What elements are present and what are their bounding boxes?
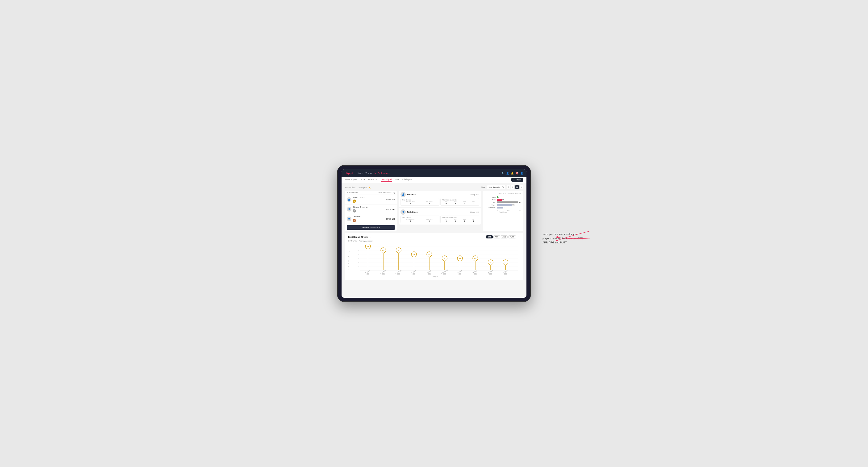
team-controls: Show Last 3 months ⊞ ≡ ▦ ↓ <box>481 185 523 189</box>
user-icon[interactable]: 👤 <box>506 172 509 175</box>
search-icon[interactable]: 🔍 <box>501 172 504 175</box>
annotation-text: Here you can see streaks your players ha… <box>542 232 585 245</box>
tablet-screen: clippd Home Teams My Performance 🔍 👤 🔔 🎯… <box>342 169 526 298</box>
sub-nav-tour[interactable]: Tour <box>395 178 399 182</box>
avatar: 👤 <box>347 217 351 221</box>
arrow-indicator: ← <box>370 236 372 238</box>
three-col-layout: PLAYER NAME PB SCORE PB AVG SQ 👤 Richard… <box>345 191 523 231</box>
svg-text:3x: 3x <box>504 261 506 263</box>
avatar: 👤 <box>401 210 406 215</box>
svg-text:4x: 4x <box>474 257 476 259</box>
avatar: 👤 <box>401 192 406 197</box>
practice-tab[interactable]: Practice <box>516 192 521 194</box>
svg-text:6: 6 <box>358 250 359 251</box>
streaks-filter: OTT APP ARG PUTT ← <box>486 236 520 239</box>
streaks-subtitle: Off The Tee , Fairway Accuracy <box>348 240 520 242</box>
table-row: 👤 Richard Butler 1 19/20 110 <box>345 195 397 205</box>
main-content: Team Clippd | 14 Players ✏️ Show Last 3 … <box>342 183 526 298</box>
player-card: 👤 Rees Britt 02 Sep 2023 Total Rounds <box>399 191 481 207</box>
streaks-panel: Best Round Streaks ← OTT APP ARG PUTT ← <box>345 233 523 280</box>
lb-header: PLAYER NAME PB SCORE PB AVG SQ <box>345 191 397 195</box>
streak-chart-svg: 7 6 5 4 3 2 1 7x E. <box>350 244 520 275</box>
svg-text:3: 3 <box>358 262 359 263</box>
x-axis-label: Players <box>350 276 520 278</box>
nav-links: Home Teams My Performance <box>357 172 501 174</box>
sub-nav: PGAT Players PGA Hcaps 1-5 Team Clippd T… <box>342 177 526 183</box>
period-select[interactable]: Last 3 months <box>487 185 505 189</box>
table-row: 👤 Cameron... 3 17/20 103 <box>345 214 397 224</box>
filter-putt[interactable]: PUTT <box>508 236 516 239</box>
streaks-header: Best Round Streaks ← OTT APP ARG PUTT ← <box>348 236 520 239</box>
svg-text:4x: 4x <box>459 257 461 259</box>
nav-my-performance[interactable]: My Performance <box>375 172 390 174</box>
y-axis-label: Best Streak, Fairway Accuracy <box>348 251 349 270</box>
team-title: Team Clippd | 14 Players ✏️ <box>345 185 371 189</box>
export-btn[interactable]: ↓ <box>519 185 523 189</box>
sub-nav-pgat[interactable]: PGAT Players <box>345 178 357 182</box>
svg-text:6x: 6x <box>398 250 400 251</box>
svg-text:6x: 6x <box>382 250 384 251</box>
view-icons: ⊞ ≡ ▦ ↓ <box>507 185 523 189</box>
bell-icon[interactable]: 🔔 <box>511 172 514 175</box>
svg-text:4: 4 <box>358 258 359 259</box>
svg-text:5: 5 <box>358 254 359 255</box>
sub-nav-team-clippd[interactable]: Team Clippd <box>381 178 392 182</box>
total-rounds-group: Total Rounds Tournament 8 Practice <box>401 198 439 206</box>
nav-teams[interactable]: Teams <box>365 172 372 174</box>
svg-text:5x: 5x <box>428 253 430 255</box>
table-view-btn[interactable]: ▦ <box>515 185 519 189</box>
edit-icon[interactable]: ✏️ <box>369 187 371 189</box>
svg-text:5x: 5x <box>413 253 415 255</box>
app-logo: clippd <box>345 172 353 175</box>
svg-text:3x: 3x <box>490 261 492 263</box>
rank-badge: 3 <box>352 219 356 222</box>
target-icon[interactable]: 🎯 <box>516 172 519 175</box>
chart-x-label: Total Shots <box>485 211 521 213</box>
filter-ott[interactable]: OTT <box>486 236 493 239</box>
nav-icons: 🔍 👤 🔔 🎯 👤 <box>501 172 523 175</box>
avatar: 👤 <box>347 197 351 202</box>
view-leaderboard-button[interactable]: View Full Leaderboard <box>347 225 395 230</box>
add-team-button[interactable]: Add Team <box>512 178 523 182</box>
tournament-tab[interactable]: Tournament <box>505 192 514 194</box>
practice-activities-group: Total Practice Activities OTT 0 APP <box>440 216 479 223</box>
nav-bar: clippd Home Teams My Performance 🔍 👤 🔔 🎯… <box>342 169 526 177</box>
filter-app[interactable]: APP <box>493 236 500 239</box>
avatar-icon[interactable]: 👤 <box>520 172 523 175</box>
total-rounds-group: Total Rounds Tournament 7 Practice <box>401 216 439 223</box>
streak-chart-container: Best Streak, Fairway Accuracy <box>348 244 520 278</box>
avatar: 👤 <box>347 207 351 212</box>
grid-view-btn[interactable]: ⊞ <box>507 185 510 189</box>
sub-nav-hcaps[interactable]: Hcaps 1-5 <box>368 178 377 182</box>
rank-badge: 2 <box>352 209 356 213</box>
tablet-frame: clippd Home Teams My Performance 🔍 👤 🔔 🎯… <box>337 165 531 302</box>
list-view-btn[interactable]: ≡ <box>511 185 515 189</box>
leaderboard-panel: PLAYER NAME PB SCORE PB AVG SQ 👤 Richard… <box>345 191 397 231</box>
bar-chart-panel: Rounds Tournament Practice Eagles 3 <box>483 191 523 231</box>
table-row: 👤 Edward Crossman 2 18/20 107 <box>345 205 397 214</box>
team-header: Team Clippd | 14 Players ✏️ Show Last 3 … <box>345 185 523 189</box>
player-card: 👤 Josh Coles 26 Aug 2023 Total Rounds <box>399 208 481 224</box>
sub-nav-links: PGAT Players PGA Hcaps 1-5 Team Clippd T… <box>345 178 412 182</box>
svg-text:7x: 7x <box>367 246 369 247</box>
svg-text:2: 2 <box>358 266 359 267</box>
player-cards-panel: 👤 Rees Britt 02 Sep 2023 Total Rounds <box>399 191 481 231</box>
filter-arrow-indicator: ← <box>518 236 520 239</box>
nav-home[interactable]: Home <box>357 172 363 174</box>
filter-arg[interactable]: ARG <box>501 236 507 239</box>
svg-text:4x: 4x <box>444 257 445 259</box>
rounds-tab[interactable]: Rounds <box>498 192 504 194</box>
sub-nav-pga[interactable]: PGA <box>361 178 365 182</box>
streaks-title: Best Round Streaks <box>348 236 368 238</box>
svg-text:7: 7 <box>358 246 359 247</box>
rank-badge: 1 <box>352 199 356 203</box>
sub-nav-all-players[interactable]: All Players <box>402 178 412 182</box>
svg-text:1: 1 <box>358 270 359 271</box>
practice-activities-group: Total Practice Activities OTT 0 APP <box>440 198 479 206</box>
